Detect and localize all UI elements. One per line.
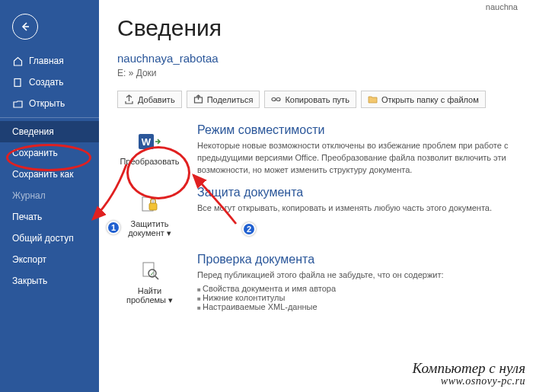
main-panel: nauchna Сведения nauchnaya_rabotaa E: » … (99, 0, 533, 392)
sidebar-item-label: Главная (29, 56, 64, 66)
sidebar-item-close[interactable]: Закрыть (0, 270, 99, 292)
inspect-button-label: Найти проблемы ▾ (120, 286, 180, 305)
sidebar-item-home[interactable]: Главная (0, 50, 99, 72)
sidebar-item-label: Закрыть (12, 276, 47, 286)
lock-icon (120, 191, 180, 217)
sidebar-item-label: Сохранить (12, 148, 58, 158)
sidebar-item-save[interactable]: Сохранить (0, 142, 99, 164)
home-icon (12, 56, 23, 66)
document-path: E: » Доки (117, 68, 518, 78)
inspect-title: Проверка документа (197, 253, 518, 266)
sidebar-item-label: Сохранить как (12, 169, 73, 180)
sidebar-item-print[interactable]: Печать (0, 206, 99, 228)
page-title: Сведения (117, 15, 518, 41)
convert-button[interactable]: W Преобразовать (117, 123, 182, 177)
svg-rect-4 (276, 98, 280, 101)
sidebar-item-label: Журнал (12, 190, 46, 201)
sidebar-item-label: Печать (12, 212, 42, 222)
toolbar-add-button[interactable]: Добавить (117, 91, 182, 108)
inspect-desc: Перед публикацией этого файла не забудьт… (197, 269, 518, 282)
toolbar-open-folder-button[interactable]: Открыть папку с файлом (361, 91, 486, 108)
new-icon (12, 77, 23, 88)
sidebar: Главная Создать Открыть Сведения Сохрани… (0, 0, 99, 392)
sidebar-item-label: Создать (29, 77, 64, 88)
svg-line-11 (155, 276, 158, 279)
upload-icon (124, 94, 134, 104)
sidebar-item-export[interactable]: Экспорт (0, 249, 99, 270)
toolbar: Добавить Поделиться Копировать путь Откр… (117, 91, 518, 108)
sidebar-item-open[interactable]: Открыть (0, 93, 99, 114)
toolbar-copy-path-button[interactable]: Копировать путь (264, 91, 356, 108)
svg-rect-8 (149, 203, 157, 210)
inspect-bullet: Свойства документа и имя автора (197, 284, 518, 293)
inspect-bullets: Свойства документа и имя автора Нижние к… (197, 284, 518, 311)
compat-desc: Некоторые новые возможности отключены во… (197, 140, 518, 177)
inspect-button[interactable]: ✓ Найти проблемы ▾ (117, 253, 182, 311)
sidebar-item-new[interactable]: Создать (0, 72, 99, 93)
compat-title: Режим совместимости (197, 123, 518, 137)
protect-title: Защита документа (197, 186, 518, 199)
link-icon (271, 94, 281, 104)
sidebar-item-share[interactable]: Общий доступ (0, 228, 99, 249)
toolbar-copy-path-label: Копировать путь (285, 95, 349, 104)
word-convert-icon: W (120, 129, 180, 155)
document-name: nauchnaya_rabotaa (117, 52, 518, 65)
inspect-icon: ✓ (120, 258, 180, 284)
svg-text:✓: ✓ (150, 271, 155, 276)
sidebar-item-label: Общий доступ (12, 233, 74, 244)
svg-rect-3 (272, 98, 276, 101)
convert-button-label: Преобразовать (120, 157, 180, 166)
titlebar-doc-name: nauchna (486, 2, 518, 11)
nav-divider (0, 117, 99, 118)
sidebar-item-label: Экспорт (12, 254, 46, 265)
inspect-bullet: Нижние колонтитулы (197, 293, 518, 302)
toolbar-open-folder-label: Открыть папку с файлом (381, 95, 479, 104)
section-compat: W Преобразовать Режим совместимости Неко… (117, 123, 518, 177)
back-arrow-icon (19, 21, 31, 33)
toolbar-add-label: Добавить (138, 95, 175, 104)
open-icon (12, 98, 23, 109)
app-root: Главная Создать Открыть Сведения Сохрани… (0, 0, 533, 392)
protect-button[interactable]: Защитить документ ▾ (117, 186, 182, 244)
svg-text:W: W (141, 136, 151, 148)
folder-icon (368, 94, 378, 104)
sidebar-item-saveas[interactable]: Сохранить как (0, 164, 99, 185)
toolbar-share-label: Поделиться (207, 95, 254, 104)
svg-rect-1 (14, 78, 21, 86)
sidebar-item-info[interactable]: Сведения (0, 121, 99, 142)
protect-desc: Все могут открывать, копировать и изменя… (197, 202, 518, 215)
inspect-bullet: Настраиваемые XML-данные (197, 302, 518, 311)
toolbar-share-button[interactable]: Поделиться (187, 91, 260, 108)
sidebar-item-label: Открыть (29, 98, 65, 109)
back-button[interactable] (12, 14, 38, 40)
sidebar-item-history: Журнал (0, 185, 99, 206)
protect-button-label: Защитить документ ▾ (120, 219, 180, 238)
share-icon (193, 94, 203, 104)
section-protect: Защитить документ ▾ Защита документа Все… (117, 186, 518, 244)
sidebar-item-label: Сведения (12, 126, 54, 137)
section-inspect: ✓ Найти проблемы ▾ Проверка документа Пе… (117, 253, 518, 311)
